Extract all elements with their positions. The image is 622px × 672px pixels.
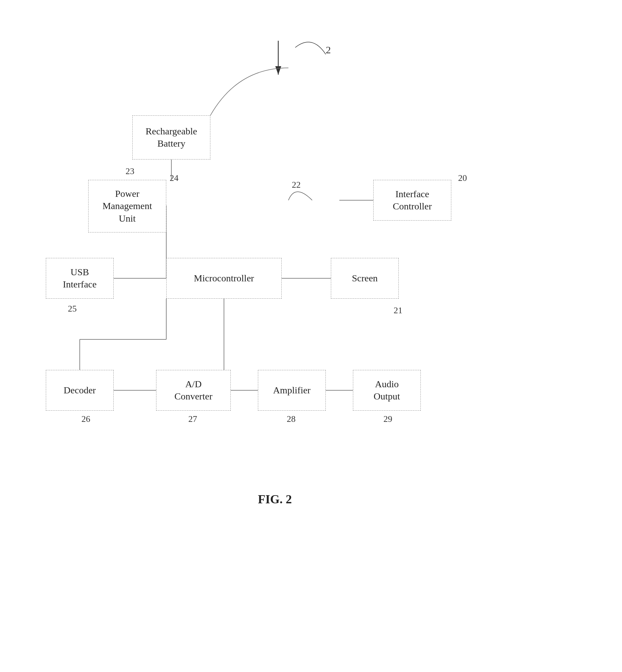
- power-management-unit-label: PowerManagementUnit: [102, 188, 152, 225]
- power-management-unit-number: 24: [170, 173, 178, 183]
- audio-output-box: AudioOutput: [353, 370, 421, 411]
- usb-interface-label: USBInterface: [63, 266, 96, 291]
- audio-output-number: 29: [383, 414, 392, 424]
- amplifier-label: Amplifier: [273, 384, 310, 396]
- figure-caption: FIG. 2: [258, 492, 292, 506]
- decoder-number: 26: [81, 414, 90, 424]
- usb-interface-box: USBInterface: [46, 258, 114, 299]
- microcontroller-number: 22: [292, 180, 301, 190]
- interface-controller-label: InterfaceController: [393, 188, 432, 213]
- ad-converter-box: A/DConverter: [156, 370, 231, 411]
- rechargeable-battery-number: 23: [126, 166, 134, 176]
- system-number-label: 2: [326, 44, 331, 56]
- screen-box: Screen: [331, 258, 399, 299]
- screen-number: 21: [394, 305, 402, 316]
- amplifier-box: Amplifier: [258, 370, 326, 411]
- screen-label: Screen: [352, 272, 378, 284]
- interface-controller-box: InterfaceController: [373, 180, 451, 221]
- decoder-box: Decoder: [46, 370, 114, 411]
- connections-svg: [0, 0, 622, 672]
- power-management-unit-box: PowerManagementUnit: [88, 180, 166, 232]
- usb-interface-number: 25: [68, 304, 77, 314]
- amplifier-number: 28: [287, 414, 296, 424]
- decoder-label: Decoder: [64, 384, 96, 396]
- audio-output-label: AudioOutput: [374, 378, 400, 403]
- ad-converter-label: A/DConverter: [174, 378, 212, 403]
- ad-converter-number: 27: [188, 414, 197, 424]
- diagram-container: 2 RechargeableBattery 23 PowerManagement…: [0, 0, 622, 672]
- microcontroller-label: Microcontroller: [194, 272, 254, 284]
- interface-controller-number: 20: [458, 173, 467, 183]
- microcontroller-box: Microcontroller: [166, 258, 282, 299]
- rechargeable-battery-label: RechargeableBattery: [146, 125, 197, 150]
- rechargeable-battery-box: RechargeableBattery: [132, 115, 210, 160]
